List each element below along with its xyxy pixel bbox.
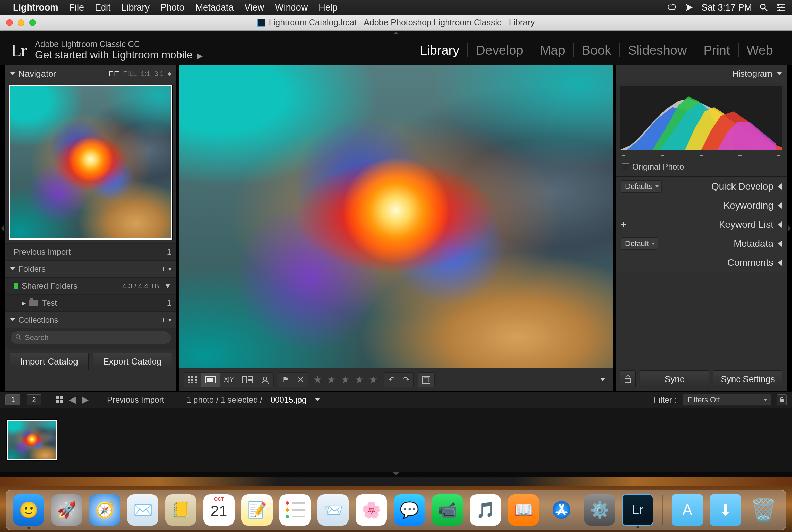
dock-messages[interactable]: 💬 [394,494,425,526]
import-catalog-button[interactable]: Import Catalog [10,353,89,370]
grid-icon[interactable] [56,396,63,403]
survey-view-button[interactable] [238,373,257,387]
dock-safari[interactable]: 🧭 [89,494,120,526]
checkbox-icon[interactable] [622,163,629,170]
chevron-down-icon[interactable]: ▼ [164,282,171,290]
folder-item[interactable]: ▸ Test 1 [5,294,176,311]
grid-view-button[interactable] [184,373,201,387]
dock-notes[interactable]: 📝 [241,494,273,526]
dock-contacts[interactable]: 📒 [165,494,196,526]
rotate-ccw-button[interactable]: ↶ [384,373,399,387]
app-menu[interactable]: Lightroom [7,2,64,13]
flag-pick-button[interactable]: ⚑ [278,373,293,387]
menu-metadata[interactable]: Metadata [190,2,239,13]
loupe-view-button[interactable] [201,373,220,387]
nav-forward-button[interactable]: ▶ [82,394,89,405]
export-catalog-button[interactable]: Export Catalog [93,353,172,370]
dock-mail[interactable]: ✉️ [127,494,158,526]
quick-develop-preset[interactable]: Defaults [621,180,662,193]
toolbar-menu-button[interactable] [597,372,608,387]
impromptu-slideshow-button[interactable] [418,372,435,387]
navigator-header[interactable]: Navigator FIT FILL 1:1 3:1 [5,65,176,83]
collections-search-input[interactable]: Search [10,331,171,344]
add-folder-icon[interactable]: + [161,264,166,274]
folders-header[interactable]: Folders +▾ [5,260,176,277]
sync-lock-button[interactable] [620,370,636,388]
menu-file[interactable]: File [64,2,89,13]
filter-dropdown[interactable]: Filters Off [683,394,771,406]
keywording-header[interactable]: Keywording [616,196,787,215]
secondary-display-button[interactable]: 2 [27,394,41,405]
filmstrip[interactable] [0,408,792,472]
dock-ibooks[interactable]: 📖 [508,494,539,526]
navigator-preview[interactable] [9,85,173,240]
original-photo-row[interactable]: Original Photo [616,159,787,177]
dock-facetime[interactable]: 📹 [432,494,463,526]
keyword-list-header[interactable]: + Keyword List [616,215,787,234]
add-keyword-icon[interactable]: + [621,219,627,230]
collection-menu-icon[interactable]: ▾ [168,316,171,324]
folders-drive[interactable]: Shared Folders 4.3 / 4.4 TB ▼ [5,277,176,294]
module-slideshow[interactable]: Slideshow [620,43,695,58]
rotate-cw-button[interactable]: ↷ [399,373,413,387]
menu-photo[interactable]: Photo [155,2,190,13]
catalog-previous-import[interactable]: Previous Import 1 [5,243,176,260]
left-panel-toggle[interactable] [0,65,5,391]
dock-finder[interactable]: 🙂 [13,494,44,526]
folder-menu-icon[interactable]: ▾ [168,265,171,273]
top-panel-toggle[interactable] [0,31,792,35]
menu-library[interactable]: Library [116,2,155,13]
bottom-panel-toggle[interactable] [0,472,792,477]
identity-line2[interactable]: Get started with Lightroom mobile [35,49,193,61]
rating-stars[interactable]: ★ ★ ★ ★ ★ [312,372,380,387]
metadata-header[interactable]: Default Metadata [616,234,787,253]
zoom-1-1[interactable]: 1:1 [141,70,150,78]
dock-trash[interactable]: 🗑️ [748,494,779,526]
control-center-icon[interactable] [776,2,786,13]
nav-back-button[interactable]: ◀ [69,394,76,405]
filter-lock-button[interactable] [777,394,787,405]
primary-display-button[interactable]: 1 [5,394,20,405]
spotlight-icon[interactable] [759,2,769,13]
filmstrip-thumbnail[interactable] [7,420,57,460]
zoom-fill[interactable]: FILL [123,70,137,78]
module-map[interactable]: Map [532,43,573,58]
comments-header[interactable]: Comments [616,253,787,272]
creative-cloud-icon[interactable] [667,2,677,13]
sync-button[interactable]: Sync [640,370,709,388]
dock-applications-folder[interactable]: A [672,494,703,526]
module-develop[interactable]: Develop [468,43,531,58]
menubar-clock[interactable]: Sat 3:17 PM [701,2,752,13]
module-print[interactable]: Print [695,43,738,58]
dock-downloads-folder[interactable]: ⬇ [710,494,741,526]
compare-view-button[interactable]: X|Y [220,373,238,387]
people-view-button[interactable] [257,373,273,387]
dock-calendar[interactable]: OCT21 [203,494,235,526]
filmstrip-filename[interactable]: 00015.jpg [271,395,306,405]
dock-reminders[interactable] [279,494,311,526]
sync-settings-button[interactable]: Sync Settings [713,370,782,388]
dock-photos[interactable]: 🌸 [356,494,387,526]
filmstrip-source[interactable]: Previous Import [107,395,164,405]
menu-help[interactable]: Help [313,2,343,13]
module-web[interactable]: Web [739,43,781,58]
dock-itunes[interactable]: 🎵 [470,494,501,526]
menu-edit[interactable]: Edit [89,2,116,13]
notification-icon[interactable] [684,2,694,13]
dock-appstore[interactable] [546,494,577,526]
quick-develop-header[interactable]: Defaults Quick Develop [616,177,787,196]
dock-lightroom[interactable]: Lr [622,494,653,526]
dock-messages-alt[interactable]: 📨 [317,494,349,526]
module-library[interactable]: Library [412,43,467,58]
dock-preferences[interactable]: ⚙️ [584,494,615,526]
histogram-header[interactable]: Histogram [616,65,787,83]
right-panel-toggle[interactable] [787,65,792,391]
add-collection-icon[interactable]: + [161,315,166,325]
chevron-down-icon[interactable] [315,398,320,401]
menu-window[interactable]: Window [270,2,313,13]
metadata-preset[interactable]: Default [621,237,658,250]
module-book[interactable]: Book [574,43,620,58]
zoom-fit[interactable]: FIT [109,70,119,78]
zoom-stepper-icon[interactable] [168,72,171,76]
menu-view[interactable]: View [239,2,270,13]
